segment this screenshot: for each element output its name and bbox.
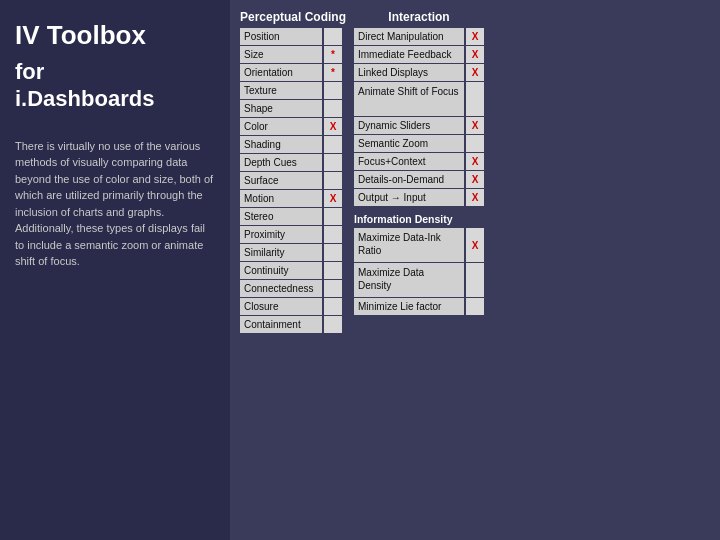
- perceptual-coding-section: Perceptual Coding PositionSize*Orientati…: [240, 10, 346, 530]
- table-row: Immediate FeedbackX: [354, 46, 484, 63]
- perc-label: Color: [240, 118, 322, 135]
- table-row: Orientation*: [240, 64, 346, 81]
- perceptual-coding-rows: PositionSize*Orientation*TextureShapeCol…: [240, 28, 346, 334]
- inter-mark: X: [466, 171, 484, 188]
- density-label: Maximize Data Density: [354, 263, 464, 297]
- perc-label: Depth Cues: [240, 154, 322, 171]
- inter-label: Animate Shift of Focus: [354, 82, 464, 116]
- perc-mark: [324, 100, 342, 117]
- density-label: Minimize Lie factor: [354, 298, 464, 315]
- inter-mark: X: [466, 64, 484, 81]
- density-label: Maximize Data-Ink Ratio: [354, 228, 464, 262]
- table-row: Maximize Data Density: [354, 263, 484, 297]
- table-row: Continuity: [240, 262, 346, 279]
- perc-mark: X: [324, 118, 342, 135]
- perc-label: Motion: [240, 190, 322, 207]
- table-row: Linked DisplaysX: [354, 64, 484, 81]
- table-row: Animate Shift of Focus: [354, 82, 484, 116]
- inter-label: Focus+Context: [354, 153, 464, 170]
- inter-mark: X: [466, 189, 484, 206]
- inter-label: Linked Displays: [354, 64, 464, 81]
- interaction-section: Interaction Direct ManipulationXImmediat…: [354, 10, 484, 530]
- title-line2: for i.Dashboards: [15, 59, 215, 112]
- table-row: Similarity: [240, 244, 346, 261]
- table-row: Shape: [240, 100, 346, 117]
- perc-mark: [324, 154, 342, 171]
- perc-mark: [324, 280, 342, 297]
- density-header: Information Density: [354, 213, 484, 225]
- table-row: Minimize Lie factor: [354, 298, 484, 315]
- perc-mark: X: [324, 190, 342, 207]
- inter-label: Dynamic Sliders: [354, 117, 464, 134]
- perceptual-coding-header: Perceptual Coding: [240, 10, 346, 24]
- perc-mark: *: [324, 64, 342, 81]
- left-panel: IV Toolbox for i.Dashboards There is vir…: [0, 0, 230, 540]
- table-row: ColorX: [240, 118, 346, 135]
- table-row: Shading: [240, 136, 346, 153]
- density-mark: X: [466, 228, 484, 262]
- perc-mark: [324, 316, 342, 333]
- table-row: Output → InputX: [354, 189, 484, 206]
- inter-label: Output → Input: [354, 189, 464, 206]
- perc-mark: [324, 262, 342, 279]
- perc-label: Surface: [240, 172, 322, 189]
- perc-label: Continuity: [240, 262, 322, 279]
- table-row: Proximity: [240, 226, 346, 243]
- perc-mark: *: [324, 46, 342, 63]
- perc-label: Connectedness: [240, 280, 322, 297]
- perc-mark: [324, 136, 342, 153]
- table-row: Containment: [240, 316, 346, 333]
- perc-mark: [324, 226, 342, 243]
- inter-label: Semantic Zoom: [354, 135, 464, 152]
- perc-mark: [324, 82, 342, 99]
- perc-label: Stereo: [240, 208, 322, 225]
- table-row: Stereo: [240, 208, 346, 225]
- perc-label: Position: [240, 28, 322, 45]
- inter-mark: X: [466, 117, 484, 134]
- table-row: Surface: [240, 172, 346, 189]
- perc-label: Proximity: [240, 226, 322, 243]
- inter-mark: [466, 82, 484, 116]
- perc-mark: [324, 298, 342, 315]
- interaction-rows: Direct ManipulationXImmediate FeedbackXL…: [354, 28, 484, 207]
- perc-label: Similarity: [240, 244, 322, 261]
- perc-label: Size: [240, 46, 322, 63]
- inter-mark: X: [466, 153, 484, 170]
- perc-label: Containment: [240, 316, 322, 333]
- table-row: Connectedness: [240, 280, 346, 297]
- inter-label: Immediate Feedback: [354, 46, 464, 63]
- table-row: MotionX: [240, 190, 346, 207]
- perc-mark: [324, 244, 342, 261]
- perc-label: Shading: [240, 136, 322, 153]
- inter-mark: [466, 135, 484, 152]
- table-row: Dynamic SlidersX: [354, 117, 484, 134]
- density-rows: Maximize Data-Ink RatioXMaximize Data De…: [354, 228, 484, 315]
- title-line1: IV Toolbox: [15, 20, 215, 51]
- density-section: Information Density Maximize Data-Ink Ra…: [354, 213, 484, 316]
- table-row: Position: [240, 28, 346, 45]
- table-row: Details-on-DemandX: [354, 171, 484, 188]
- table-row: Focus+ContextX: [354, 153, 484, 170]
- table-row: Texture: [240, 82, 346, 99]
- right-panel: Perceptual Coding PositionSize*Orientati…: [230, 0, 720, 540]
- perc-label: Closure: [240, 298, 322, 315]
- perc-label: Texture: [240, 82, 322, 99]
- perc-label: Shape: [240, 100, 322, 117]
- perc-mark: [324, 28, 342, 45]
- table-row: Size*: [240, 46, 346, 63]
- perc-label: Orientation: [240, 64, 322, 81]
- density-mark: [466, 298, 484, 315]
- table-row: Closure: [240, 298, 346, 315]
- table-row: Semantic Zoom: [354, 135, 484, 152]
- inter-label: Details-on-Demand: [354, 171, 464, 188]
- inter-label: Direct Manipulation: [354, 28, 464, 45]
- table-row: Maximize Data-Ink RatioX: [354, 228, 484, 262]
- density-mark: [466, 263, 484, 297]
- table-row: Direct ManipulationX: [354, 28, 484, 45]
- inter-mark: X: [466, 28, 484, 45]
- interaction-header: Interaction: [354, 10, 484, 24]
- table-row: Depth Cues: [240, 154, 346, 171]
- inter-mark: X: [466, 46, 484, 63]
- perc-mark: [324, 208, 342, 225]
- description: There is virtually no use of the various…: [15, 138, 215, 270]
